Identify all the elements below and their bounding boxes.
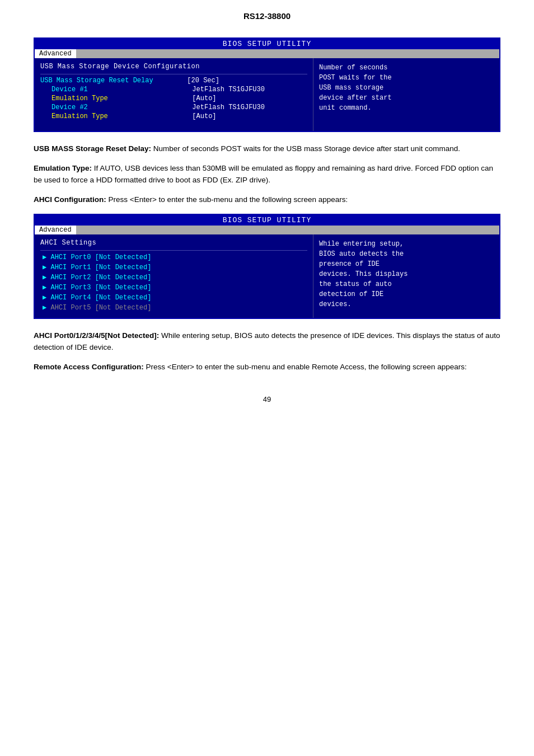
bios-left-panel-2: AHCI Settings AHCI Port0 [Not Detected] … (35, 234, 313, 318)
bios-device1-label: Device #1 (51, 86, 192, 93)
bios-emulation1-row: Emulation Type [Auto] (40, 95, 307, 102)
body2-label-2: Remote Access Configuration: (34, 363, 144, 371)
bios-tab-advanced-1[interactable]: Advanced (35, 49, 76, 58)
bios-port0: AHCI Port0 [Not Detected] (40, 253, 307, 261)
bios-help-line1: Number of seconds (319, 64, 387, 72)
bios-port2: AHCI Port2 [Not Detected] (40, 273, 307, 281)
bios-port5: AHCI Port5 [Not Detected] (40, 303, 307, 312)
bios-emulation2-value: [Auto] (192, 112, 216, 120)
bios-tab-row-2: Advanced (35, 226, 499, 234)
bios2-help-line7: devices. (319, 300, 352, 308)
body-text-ahci-port: AHCI Port0/1/2/3/4/5[Not Detected]: Whil… (34, 330, 500, 354)
bios-screen-2: BIOS SETUP UTILITY Advanced AHCI Setting… (34, 214, 500, 319)
bios2-help-line2: BIOS auto detects the (319, 250, 404, 258)
bios-titlebar-1: BIOS SETUP UTILITY (35, 39, 499, 49)
bios-port1: AHCI Port1 [Not Detected] (40, 263, 307, 271)
bios-right-panel-2: While entering setup, BIOS auto detects … (313, 234, 499, 318)
body2-text-2: Press <Enter> to enter the sub-menu and … (144, 363, 467, 371)
bios-reset-delay-value: [20 Sec] (187, 77, 219, 84)
bios-device2-row: Device #2 JetFlash TS1GJFU30 (40, 104, 307, 111)
body-text-1: Number of seconds POST waits for the USB… (151, 144, 460, 153)
bios2-help-line1: While entering setup, (319, 240, 404, 248)
bios-tab-row-1: Advanced (35, 49, 499, 58)
body-text-2: If AUTO, USB devices less than 530MB wil… (34, 164, 493, 184)
bios-emulation2-row: Emulation Type [Auto] (40, 112, 307, 120)
bios-emulation2-label: Emulation Type (51, 112, 192, 120)
bios-emulation1-value: [Auto] (192, 95, 216, 102)
page-title: RS12-38800 (34, 11, 500, 21)
bios-reset-delay-row: USB Mass Storage Reset Delay [20 Sec] (40, 77, 307, 84)
bios-screen-1: BIOS SETUP UTILITY Advanced USB Mass Sto… (34, 37, 500, 132)
body-label-2: Emulation Type: (34, 164, 92, 172)
bios-help-line2: POST waits for the (319, 74, 392, 82)
bios-body-2: AHCI Settings AHCI Port0 [Not Detected] … (35, 234, 499, 318)
bios2-help-line3: presence of IDE (319, 260, 380, 268)
bios-port4: AHCI Port4 [Not Detected] (40, 293, 307, 302)
bios2-help-line5: the status of auto (319, 280, 392, 288)
bios2-help-line6: detection of IDE (319, 290, 383, 298)
body-text-remote-access: Remote Access Configuration: Press <Ente… (34, 361, 500, 373)
bios-device2-label: Device #2 (51, 104, 192, 111)
bios-reset-delay-label: USB Mass Storage Reset Delay (40, 77, 187, 84)
bios-section-header-1: USB Mass Storage Device Configuration (40, 63, 307, 71)
page-number: 49 (34, 395, 500, 403)
body-label-3: AHCI Configuration: (34, 195, 106, 204)
body2-label-1: AHCI Port0/1/2/3/4/5[Not Detected]: (34, 331, 159, 340)
bios-body-1: USB Mass Storage Device Configuration US… (35, 58, 499, 131)
bios-help-line4: device after start (319, 94, 392, 102)
bios2-help-line4: devices. This displays (319, 270, 407, 278)
body-text-3: Press <Enter> to enter the sub-menu and … (106, 195, 348, 204)
bios-right-panel-1: Number of seconds POST waits for the USB… (313, 58, 499, 131)
bios-emulation1-label: Emulation Type (51, 95, 192, 102)
body-text-emulation: Emulation Type: If AUTO, USB devices les… (34, 163, 500, 186)
body-text-ahci-config: AHCI Configuration: Press <Enter> to ent… (34, 194, 500, 206)
bios-port3: AHCI Port3 [Not Detected] (40, 283, 307, 292)
bios-tab-advanced-2[interactable]: Advanced (35, 226, 76, 234)
body-text-usb-reset: USB MASS Storage Reset Delay: Number of … (34, 143, 500, 155)
bios-titlebar-2: BIOS SETUP UTILITY (35, 215, 499, 226)
body-label-1: USB MASS Storage Reset Delay: (34, 144, 151, 153)
bios-left-panel-1: USB Mass Storage Device Configuration US… (35, 58, 313, 131)
bios-device2-value: JetFlash TS1GJFU30 (192, 104, 265, 111)
bios-section-header-2: AHCI Settings (40, 239, 307, 247)
bios-device1-value: JetFlash TS1GJFU30 (192, 86, 265, 93)
bios-help-line5: unit command. (319, 104, 372, 112)
bios-device1-row: Device #1 JetFlash TS1GJFU30 (40, 86, 307, 93)
bios-help-line3: USB mass storage (319, 84, 383, 92)
